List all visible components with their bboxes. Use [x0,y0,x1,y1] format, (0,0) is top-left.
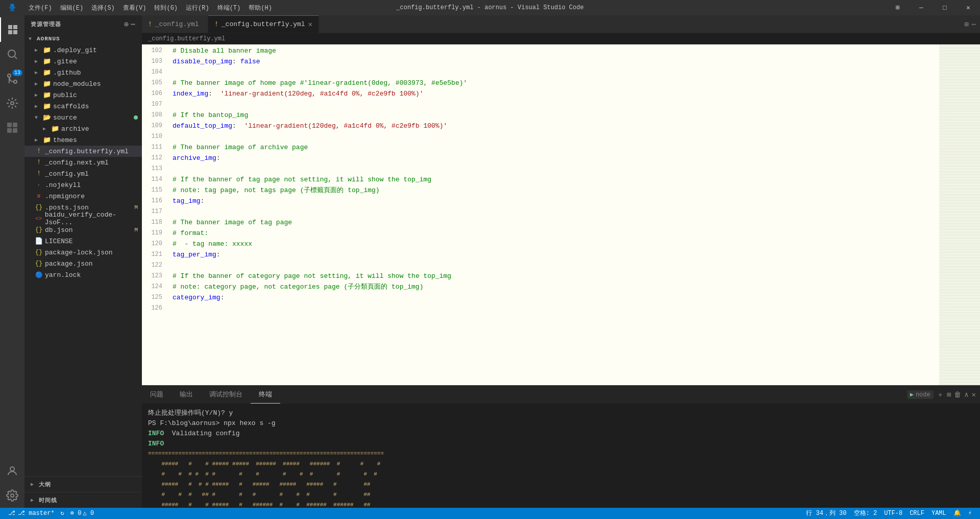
sidebar-root[interactable]: ▼ AORNUS [24,33,142,44]
sidebar-item-package-lock[interactable]: {} package-lock.json [24,247,142,258]
sidebar-item-config-butterfly[interactable]: ! _config.butterfly.yml [24,146,142,157]
panel-tab-debug-console[interactable]: 调试控制台 [201,386,251,404]
status-remote[interactable]: ⚡ [965,508,975,519]
timeline-label: 时间线 [39,497,57,504]
collapse-icon[interactable]: ⋯ [131,20,136,29]
layout-icon[interactable]: ⊞ [886,0,910,15]
sidebar-item-public[interactable]: ▶ 📁 public [24,89,142,101]
new-file-icon[interactable]: ⊕ [124,20,129,29]
line-number: 123 [142,271,167,281]
panel-content[interactable]: 终止批处理操作吗(Y/N)? y PS F:\blog\aornus> npx … [142,404,980,508]
item-label: .posts.json [45,204,89,211]
activity-git[interactable]: 13 [0,66,24,91]
menu-goto[interactable]: 转到(G) [150,0,182,15]
terminal-run-icon: ▶ [910,391,914,398]
terminal-art-3: ##### # # # ##### # ##### ##### ##### # … [148,479,974,489]
maximize-panel-icon[interactable]: ∧ [964,390,968,399]
titlebar-controls: ⊞ ─ □ ✕ [886,0,980,15]
panel-tab-output[interactable]: 输出 [172,386,201,404]
activity-explorer[interactable] [0,17,24,42]
item-label: _config.butterfly.yml [45,148,129,155]
tab-config-yml[interactable]: ! _config.yml [142,15,208,33]
tab-close-icon[interactable]: ✕ [308,20,312,29]
code-editor[interactable]: 102 103 104 105 106 107 108 109 110 111 … [142,44,980,385]
modified-tag: M [134,204,138,210]
status-line-ending[interactable]: CRLF [906,508,927,519]
panel-tab-problems[interactable]: 问题 [142,386,172,404]
minimize-button[interactable]: ─ [910,0,933,15]
file-warn-icon: ! [35,170,43,177]
sidebar-item-config-next[interactable]: ! _config.next.yml [24,157,142,168]
outline-header[interactable]: ▶ 大纲 [24,479,142,490]
menu-run[interactable]: 运行(R) [182,0,213,15]
json-icon: {} [35,249,43,256]
sidebar-item-nojekyll[interactable]: · .nojekyll [24,179,142,191]
code-content[interactable]: # Disable all banner image disable_top_i… [167,44,939,385]
item-label: baidu_verify_code-JsoF... [45,211,142,226]
sidebar-item-github[interactable]: ▶ 📁 .github [24,67,142,78]
folder-arrow-icon: ▶ [35,58,43,64]
menu-select[interactable]: 选择(S) [87,0,119,15]
comment-text: # The banner image of tag page [173,217,292,228]
sidebar-item-package-json[interactable]: {} package.json [24,258,142,269]
menu-terminal[interactable]: 终端(T) [213,0,245,15]
item-label: .nojekyll [45,181,81,189]
sidebar-item-config-yml[interactable]: ! _config.yml [24,168,142,179]
sidebar-item-baidu-verify[interactable]: <> baidu_verify_code-JsoF... [24,213,142,224]
status-left: ⎇ ⎇ master* ↻ ⊗ 0 △ 0 [5,508,97,519]
sidebar-item-gitee[interactable]: ▶ 📁 .gitee [24,56,142,67]
status-language[interactable]: YAML [928,508,949,519]
code-line-121: tag_per_img: [173,249,939,260]
maximize-button[interactable]: □ [933,0,957,15]
status-spaces[interactable]: 空格: 2 [851,508,880,519]
split-terminal-icon[interactable]: ⊞ [947,390,951,399]
sidebar-item-deploy-git[interactable]: ▶ 📁 .deploy_git [24,44,142,56]
sidebar-item-scaffolds[interactable]: ▶ 📁 scaffolds [24,101,142,112]
item-label: LICENSE [45,238,73,245]
status-encoding[interactable]: UTF-8 [881,508,905,519]
menu-edit[interactable]: 编辑(E) [56,0,88,15]
close-button[interactable]: ✕ [957,0,980,15]
activity-search[interactable] [0,42,24,66]
more-icon[interactable]: ⋯ [972,20,976,29]
activity-bar: 13 [0,15,24,508]
folder-icon: 📁 [43,102,51,110]
activity-settings[interactable] [0,483,24,508]
add-terminal-icon[interactable]: ＋ [937,390,944,399]
item-label: scaffolds [53,103,89,110]
info-text: Validating config [172,430,240,437]
item-label: node_modules [53,80,101,88]
status-notifications[interactable]: 🔔 [950,508,964,519]
panel-tab-terminal[interactable]: 终端 [251,386,280,404]
timeline-header[interactable]: ▶ 时间线 [24,494,142,506]
sidebar-item-npmignore[interactable]: N .npmignore [24,191,142,202]
delete-terminal-icon[interactable]: 🗑 [954,391,961,399]
code-line-120: # - tag name: xxxxx [173,239,939,249]
line-number: 104 [142,67,167,78]
item-label: _config.yml [45,170,89,178]
tab-config-butterfly[interactable]: ! _config.butterfly.yml ✕ [208,15,319,33]
timeline-arrow: ▶ [31,497,39,503]
status-errors[interactable]: ⊗ 0 △ 0 [67,508,97,519]
line-number: 102 [142,45,167,56]
sidebar-item-source[interactable]: ▼ 📂 source [24,112,142,123]
activity-debug[interactable] [0,91,24,115]
sidebar-item-themes[interactable]: ▶ 📁 themes [24,134,142,146]
status-git[interactable]: ⎇ ⎇ master* [5,508,58,519]
menu-view[interactable]: 查看(V) [119,0,151,15]
sidebar-item-node-modules[interactable]: ▶ 📁 node_modules [24,78,142,89]
menu-file[interactable]: 文件(F) [24,0,56,15]
split-editor-icon[interactable]: ⊞ [964,20,968,29]
menu-help[interactable]: 帮助(H) [244,0,276,15]
activity-account[interactable] [0,459,24,483]
sidebar-item-archive[interactable]: ▶ 📁 archive [24,123,142,134]
folder-arrow-icon: ▶ [35,69,43,76]
sidebar-item-yarn-lock[interactable]: 🔵 yarn.lock [24,269,142,280]
close-panel-icon[interactable]: ✕ [972,390,976,399]
status-sync[interactable]: ↻ [59,508,66,519]
folder-arrow-icon: ▶ [35,81,43,87]
activity-extensions[interactable] [0,115,24,140]
sidebar-item-license[interactable]: 📄 LICENSE [24,235,142,247]
status-line-col[interactable]: 行 34，列 30 [803,508,849,519]
json-icon: {} [35,204,43,211]
